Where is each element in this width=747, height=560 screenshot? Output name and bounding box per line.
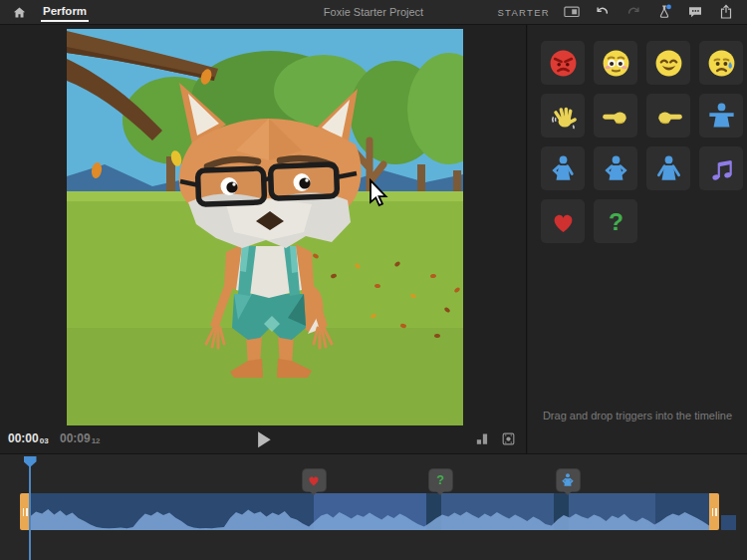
starter-mode-button[interactable] [563, 3, 581, 21]
share-icon [717, 3, 735, 21]
feedback-bubble-icon [686, 3, 704, 21]
top-bar: Perform Foxie Starter Project STARTER [0, 0, 747, 25]
undo-icon [594, 3, 612, 21]
home-button[interactable] [12, 5, 27, 20]
levels-button[interactable] [474, 430, 491, 447]
trigger-grid [541, 41, 743, 243]
character-animator-app: Perform Foxie Starter Project STARTER [0, 0, 747, 560]
laughing-face-icon [653, 48, 684, 79]
notification-dot [666, 5, 671, 10]
trigger-question-mark[interactable] [594, 199, 637, 243]
play-button[interactable] [257, 430, 273, 446]
trigger-angry-face[interactable] [541, 41, 585, 85]
share-button[interactable] [717, 3, 735, 21]
stage-panel: 00:0003 00:0912 [0, 25, 527, 453]
point-left-hand-icon [601, 101, 631, 132]
lab-flask-icon [655, 3, 673, 21]
trigger-person-hand-on-hip[interactable] [541, 146, 585, 190]
trigger-heart[interactable] [541, 199, 585, 243]
trigger-sad-face[interactable] [699, 41, 743, 85]
person-hand-on-hip-icon [548, 153, 579, 184]
playhead-line [29, 456, 31, 560]
marker-question[interactable] [429, 469, 452, 500]
wave-hand-icon [548, 101, 579, 132]
sad-face-icon [706, 48, 737, 79]
playhead[interactable] [24, 456, 37, 467]
waveform [30, 493, 709, 530]
starter-panel-icon [563, 3, 581, 21]
levels-icon [474, 430, 491, 447]
trigger-music-notes[interactable] [699, 146, 743, 190]
play-icon [257, 430, 273, 448]
time-current[interactable]: 00:0003 [8, 431, 49, 445]
person-hands-on-hips-icon [601, 153, 631, 184]
marker-person[interactable] [557, 469, 580, 500]
main-area: 00:0003 00:0912 [0, 25, 747, 453]
lab-button[interactable] [655, 3, 673, 21]
question-mark-icon [601, 206, 631, 237]
person-arms-out-icon [706, 101, 737, 132]
question-icon [432, 472, 448, 488]
scene-button[interactable] [500, 430, 517, 447]
heart-icon [306, 472, 322, 488]
trigger-person-arms-out[interactable] [699, 94, 743, 138]
feedback-button[interactable] [686, 3, 704, 21]
heart-icon [548, 206, 579, 237]
trigger-person-hands-on-hips[interactable] [594, 146, 637, 190]
triggers-hint: Drag and drop triggers into the timeline [528, 410, 747, 421]
waveform-track[interactable] [30, 493, 709, 530]
redo-button[interactable] [624, 3, 642, 21]
marker-heart[interactable] [303, 469, 326, 500]
trigger-person-arms-open[interactable] [646, 146, 690, 190]
timeline-panel [0, 453, 747, 560]
audio-track [20, 493, 719, 530]
time-total: 00:0912 [60, 431, 101, 445]
scene [67, 29, 463, 425]
trigger-point-left-hand[interactable] [594, 94, 637, 138]
trimmed-audio-remainder [721, 515, 736, 530]
home-icon [12, 5, 27, 20]
transport-bar: 00:0003 00:0912 [0, 425, 526, 453]
stage-canvas[interactable] [67, 29, 463, 425]
timecode: 00:0003 00:0912 [8, 431, 101, 445]
point-right-hand-icon [653, 101, 684, 132]
flushed-face-icon [601, 48, 631, 79]
triggers-panel: Drag and drop triggers into the timeline [528, 25, 747, 453]
trigger-point-right-hand[interactable] [646, 94, 690, 138]
tab-perform[interactable]: Perform [41, 1, 89, 23]
plan-badge: STARTER [497, 7, 550, 18]
undo-button[interactable] [594, 3, 612, 21]
person-hips-icon [560, 472, 576, 488]
trigger-flushed-face[interactable] [594, 41, 637, 85]
angry-face-icon [548, 48, 579, 79]
music-notes-icon [706, 153, 737, 184]
scene-stamp-icon [500, 430, 517, 447]
trigger-laughing-face[interactable] [646, 41, 690, 85]
redo-icon [624, 3, 642, 21]
trigger-wave-hand[interactable] [541, 94, 585, 138]
person-arms-open-icon [653, 153, 684, 184]
trim-handle-right[interactable] [709, 493, 719, 530]
